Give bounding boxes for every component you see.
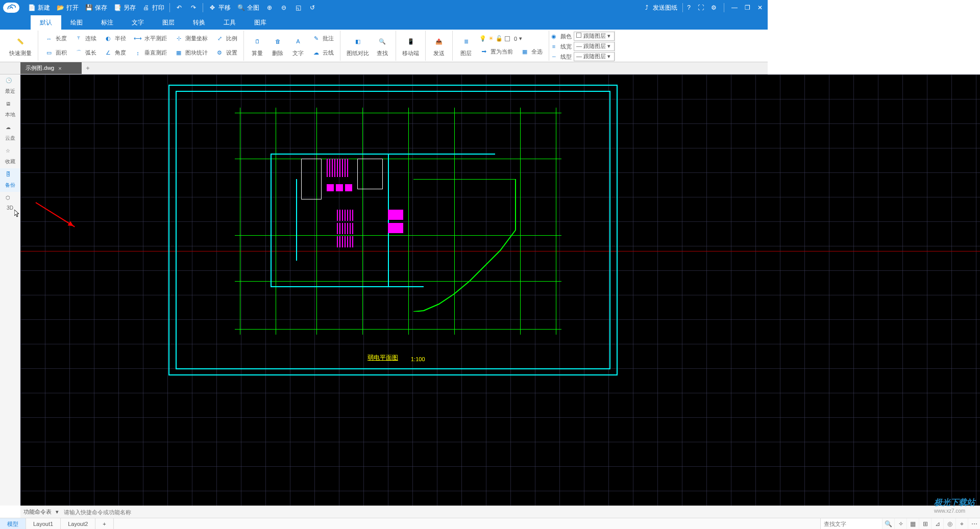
measure-icon: 📏 <box>13 34 28 48</box>
arc-icon: ⌒ <box>74 48 83 58</box>
coord-button[interactable]: ⊹测量坐标 <box>171 32 211 45</box>
compare-icon: ◧ <box>351 34 365 48</box>
color-select[interactable]: 跟随图层 ▾ <box>574 32 615 41</box>
sum-button[interactable]: 🗒算量 <box>247 33 267 58</box>
tab-tools[interactable]: 工具 <box>214 15 245 30</box>
folder-open-icon: 📂 <box>56 4 64 12</box>
selectall-button[interactable]: ▦全选 <box>517 45 546 58</box>
length-button[interactable]: ↔长度 <box>41 32 70 45</box>
cloud-disk-icon: ☁ <box>6 124 15 134</box>
sidebar-cloud[interactable]: ☁云盘 <box>0 121 20 145</box>
clock-icon: 🕒 <box>6 78 15 87</box>
close-tab-button[interactable]: × <box>58 65 61 71</box>
mobile-button[interactable]: 📱移动端 <box>399 33 422 58</box>
tab-annotate[interactable]: 标注 <box>92 15 122 30</box>
drawing-scale: 1:100 <box>411 356 425 362</box>
zoom-prev-button[interactable]: ↺ <box>305 0 320 15</box>
saveas-button[interactable]: 📑另存 <box>110 0 139 15</box>
radius-icon: ◐ <box>104 34 113 43</box>
document-tab-label: 示例图.dwg <box>26 64 54 72</box>
lineweight-select[interactable]: — 跟随图层 ▾ <box>574 42 615 51</box>
add-tab-button[interactable]: ＋ <box>82 62 94 74</box>
new-button[interactable]: 📄新建 <box>24 0 53 15</box>
setcurrent-button[interactable]: ⮕置为当前 <box>476 45 516 58</box>
pan-button[interactable]: ✥平移 <box>205 0 234 15</box>
zoom-full-button[interactable]: 🔍全图 <box>234 0 262 15</box>
layer-button[interactable]: ≣图层 <box>456 33 476 58</box>
tab-layer[interactable]: 图层 <box>153 15 184 30</box>
linetype-select[interactable]: — 跟随图层 ▾ <box>574 52 615 61</box>
blockstat-button[interactable]: ▦图块统计 <box>171 46 211 60</box>
drawing-canvas[interactable]: 弱电平面图 1:100 <box>20 74 768 414</box>
area-button[interactable]: ▭面积 <box>41 46 70 60</box>
left-sidebar: 🕒最近 🖥本地 ☁云盘 ☆收藏 🗄备份 ⬡3D <box>0 74 20 414</box>
undo-button[interactable]: ↶ <box>172 0 186 15</box>
ribbon: 📏快速测量 ↔长度 ⸆连续 ◐半径 ⟷水平测距 ⊹测量坐标 ⤢比例 ▭面积 ⌒弧… <box>0 30 768 62</box>
saveas-icon: 📑 <box>113 4 121 12</box>
document-tabs: 示例图.dwg × ＋ <box>0 62 768 74</box>
redo-icon: ↷ <box>189 4 198 12</box>
zoom-prev-icon: ↺ <box>308 4 316 12</box>
sidebar-3d[interactable]: ⬡3D <box>0 192 20 214</box>
layers-icon: ≣ <box>459 34 473 48</box>
settings-button[interactable]: ⚙ <box>709 4 719 11</box>
tab-default[interactable]: 默认 <box>31 15 61 30</box>
cloud-icon: ☁ <box>311 48 321 58</box>
zoom-out-button[interactable]: ⊖ <box>277 0 291 15</box>
send-button[interactable]: 📤发送 <box>429 33 449 58</box>
tab-convert[interactable]: 转换 <box>184 15 214 30</box>
find-button[interactable]: 🔍查找 <box>372 33 393 58</box>
vdist-button[interactable]: ↕垂直测距 <box>130 46 170 60</box>
ribbon-settings-button[interactable]: ⚙设置 <box>212 46 240 60</box>
maximize-button[interactable]: ❐ <box>743 4 752 11</box>
app-logo <box>3 3 19 13</box>
arc-button[interactable]: ⌒弧长 <box>71 46 100 60</box>
scale-button[interactable]: ⤢比例 <box>212 32 240 45</box>
linetype-icon: ┄ <box>549 52 558 61</box>
save-button[interactable]: 💾保存 <box>82 0 110 15</box>
help-button[interactable]: ? <box>685 4 693 11</box>
setcurrent-icon: ⮕ <box>479 47 488 56</box>
sidebar-backup[interactable]: 🗄备份 <box>0 168 20 192</box>
sidebar-local[interactable]: 🖥本地 <box>0 98 20 121</box>
compare-button[interactable]: ◧图纸对比 <box>344 33 372 58</box>
open-button[interactable]: 📂打开 <box>53 0 82 15</box>
mobile-icon: 📱 <box>404 34 418 48</box>
quick-measure-button[interactable]: 📏快速测量 <box>6 33 35 58</box>
angle-button[interactable]: ∠角度 <box>101 46 129 60</box>
zoom-in-button[interactable]: ⊕ <box>262 0 277 15</box>
annotate-button[interactable]: ✎批注 <box>308 32 337 45</box>
blockstat-icon: ▦ <box>174 48 183 58</box>
delete-button[interactable]: 🗑删除 <box>267 33 288 58</box>
continuous-button[interactable]: ⸆连续 <box>71 32 100 45</box>
fullscreen-button[interactable]: ⛶ <box>696 4 706 11</box>
tab-text[interactable]: 文字 <box>122 15 153 30</box>
tab-library[interactable]: 图库 <box>245 15 276 30</box>
sidebar-recent[interactable]: 🕒最近 <box>0 74 20 98</box>
send-drawing-button[interactable]: ⤴发送图纸 <box>640 0 680 15</box>
redo-button[interactable]: ↷ <box>186 0 201 15</box>
sidebar-favorite[interactable]: ☆收藏 <box>0 145 20 168</box>
cloud-button[interactable]: ☁云线 <box>308 46 337 60</box>
close-button[interactable]: ✕ <box>755 4 765 11</box>
send-icon: 📤 <box>432 34 446 48</box>
tab-draw[interactable]: 绘图 <box>61 15 92 30</box>
drawing-title: 弱电平面图 <box>368 354 398 362</box>
titlebar: 📄新建 📂打开 💾保存 📑另存 🖨打印 ↶ ↷ ✥平移 🔍全图 ⊕ ⊖ ◱ ↺ … <box>0 0 768 15</box>
layer-state-button[interactable]: 💡☀🔓 0 ▾ <box>476 33 525 44</box>
pan-icon: ✥ <box>208 4 216 12</box>
backup-icon: 🗄 <box>6 171 15 181</box>
hdist-button[interactable]: ⟷水平测距 <box>130 32 170 45</box>
chevron-down-icon: ▾ <box>519 35 522 42</box>
trash-icon: 🗑 <box>271 34 285 48</box>
menu-tabs: 默认 绘图 标注 文字 图层 转换 工具 图库 <box>0 15 768 30</box>
minimize-button[interactable]: — <box>729 4 740 11</box>
radius-button[interactable]: ◐半径 <box>101 32 129 45</box>
print-button[interactable]: 🖨打印 <box>139 0 167 15</box>
search-icon: 🔍 <box>375 34 389 48</box>
upload-icon: ⤴ <box>643 4 651 12</box>
cube-icon: ⬡ <box>6 195 15 204</box>
text-button[interactable]: A文字 <box>288 33 308 58</box>
zoom-window-button[interactable]: ◱ <box>291 0 305 15</box>
document-tab[interactable]: 示例图.dwg × <box>20 62 82 74</box>
